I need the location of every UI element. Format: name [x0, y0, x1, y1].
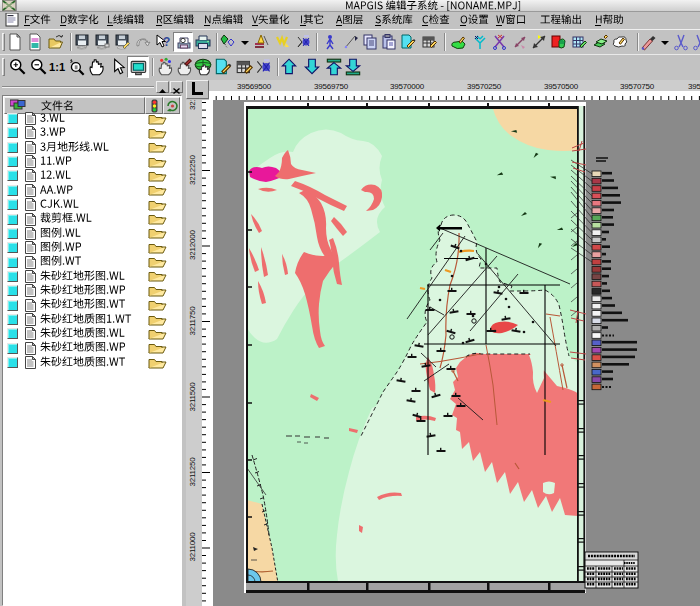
- svg-text:1:1: 1:1: [49, 61, 65, 73]
- svg-text:?: ?: [163, 35, 170, 49]
